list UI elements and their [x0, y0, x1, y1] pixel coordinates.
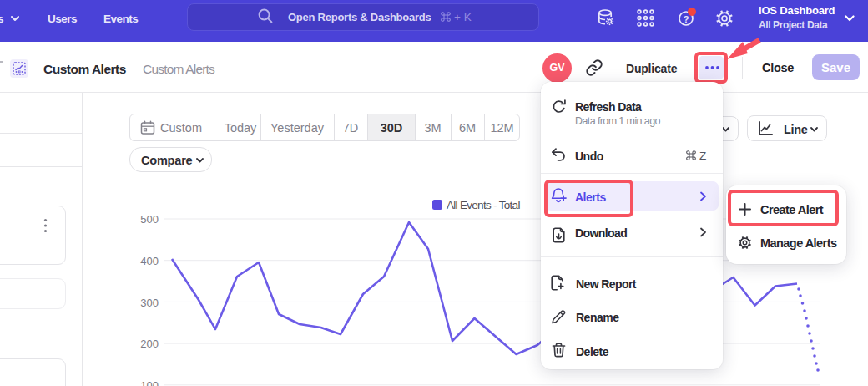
svg-text:?: ? — [684, 14, 689, 24]
svg-text:All Events - Total: All Events - Total — [447, 199, 520, 211]
